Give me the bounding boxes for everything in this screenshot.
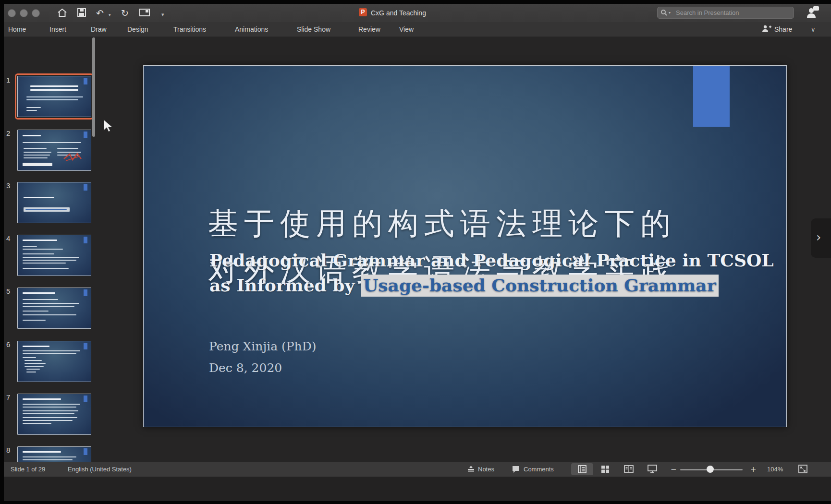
red-annotation-scribble xyxy=(63,152,84,162)
slide-number: 5 xyxy=(6,287,16,295)
thumbnail-accent-rect xyxy=(84,78,87,84)
save-icon[interactable] xyxy=(77,8,86,17)
slide-canvas[interactable]: 基于使用的构式语法理论下的 对外汉语教学语法与教学实践 Pedagogical … xyxy=(143,65,787,427)
thumbnail-accent-rect xyxy=(84,343,87,349)
language-indicator[interactable]: English (United States) xyxy=(68,466,132,473)
slide-title-line1[interactable]: 基于使用的构式语法理论下的 xyxy=(208,203,676,244)
powerpoint-file-icon: P xyxy=(359,8,367,16)
thumbnail-accent-rect xyxy=(84,396,87,402)
home-icon[interactable] xyxy=(57,8,67,18)
slide-number: 8 xyxy=(6,446,16,454)
slide-number: 6 xyxy=(6,340,16,348)
tab-animations[interactable]: Animations xyxy=(235,25,268,33)
slide-thumbnail-4[interactable] xyxy=(17,235,91,276)
thumbnail-scrollbar[interactable] xyxy=(92,37,95,137)
slide-number: 7 xyxy=(6,393,16,401)
normal-view-icon xyxy=(578,465,587,473)
comments-icon[interactable] xyxy=(512,465,520,473)
slide-subtitle-line1[interactable]: Pedagogical Grammar and Pedagogical Prac… xyxy=(209,250,774,270)
zoom-in-button[interactable]: + xyxy=(750,465,757,474)
zoom-out-button[interactable]: − xyxy=(671,465,677,474)
notes-icon[interactable] xyxy=(467,465,475,473)
thumbnail-accent-rect xyxy=(84,448,87,455)
mouse-cursor xyxy=(103,119,113,133)
tab-draw[interactable]: Draw xyxy=(91,25,107,33)
search-input[interactable] xyxy=(675,7,792,18)
slide-thumbnail-5[interactable] xyxy=(17,288,91,329)
slide-counter: Slide 1 of 29 xyxy=(11,466,45,473)
zoom-level[interactable]: 104% xyxy=(767,466,783,473)
slide-thumbnail-2[interactable] xyxy=(17,130,91,171)
tab-home[interactable]: Home xyxy=(8,25,26,33)
document-title: CxG and Teaching xyxy=(371,9,426,17)
zoom-window-button[interactable] xyxy=(32,9,40,17)
tab-transitions[interactable]: Transitions xyxy=(173,25,206,33)
slide-thumbnail-1[interactable] xyxy=(17,76,91,117)
search-icon xyxy=(660,9,668,16)
tab-view[interactable]: View xyxy=(399,25,414,33)
share-button[interactable]: Share xyxy=(774,25,792,33)
slide-thumbnail-7[interactable] xyxy=(17,394,91,435)
zoom-slider-thumb[interactable] xyxy=(707,466,714,473)
tab-review[interactable]: Review xyxy=(358,25,380,33)
slide-accent-rect[interactable] xyxy=(693,66,730,127)
tab-design[interactable]: Design xyxy=(127,25,148,33)
thumbnail-accent-rect xyxy=(84,289,87,296)
slide-author[interactable]: Peng Xinjia (PhD) xyxy=(209,339,317,353)
normal-view-button[interactable] xyxy=(571,463,593,475)
redo-icon[interactable]: ↻ xyxy=(121,9,129,18)
slide-number: 2 xyxy=(6,129,16,137)
slide-number: 3 xyxy=(6,181,16,190)
subtitle-plain-text: as Informed by xyxy=(209,275,361,295)
slide-subtitle-line2[interactable]: as Informed by Usage-based Construction … xyxy=(209,275,719,295)
screenshot-root: ↶ ▾ ↻ ▾ P CxG and Teaching ▾ Home Insert… xyxy=(0,0,831,504)
slide-number: 1 xyxy=(6,76,16,84)
undo-icon[interactable]: ↶ xyxy=(96,9,104,18)
bottom-letterbox xyxy=(4,477,831,501)
ribbon-collapse-chevron-icon[interactable]: ∨ xyxy=(811,26,816,33)
slide-number: 4 xyxy=(6,234,16,242)
thumbnail-accent-rect xyxy=(84,184,87,191)
slide-thumbnail-6[interactable] xyxy=(17,341,91,382)
thumbnail-accent-rect xyxy=(84,132,87,138)
comments-toggle[interactable]: Comments xyxy=(524,466,554,473)
share-person-icon[interactable] xyxy=(762,25,771,33)
subtitle-highlighted-text: Usage-based Construction Grammar xyxy=(361,275,719,297)
slide-date[interactable]: Dec 8, 2020 xyxy=(209,361,282,375)
search-field[interactable]: ▾ xyxy=(657,7,794,19)
slideshow-view-icon[interactable] xyxy=(648,465,657,473)
toolbar-overflow-icon[interactable]: ▾ xyxy=(161,12,164,18)
next-slide-tab[interactable]: › xyxy=(811,218,831,258)
tab-slide-show[interactable]: Slide Show xyxy=(297,25,330,33)
search-scope-caret-icon: ▾ xyxy=(669,11,671,15)
thumbnail-accent-rect xyxy=(84,237,87,243)
slide-sorter-view-icon[interactable] xyxy=(601,465,610,473)
slide-thumbnail-3[interactable] xyxy=(17,182,91,223)
reading-view-icon[interactable] xyxy=(624,465,634,473)
tab-insert[interactable]: Insert xyxy=(49,25,66,33)
notes-toggle[interactable]: Notes xyxy=(478,466,494,473)
chevron-right-icon: › xyxy=(816,230,821,244)
thumbnail-panel: 1 2 3 4 5 6 7 8 ★ xyxy=(4,37,100,461)
minimize-window-button[interactable] xyxy=(20,9,28,17)
fit-slide-to-window-icon[interactable] xyxy=(798,465,807,473)
close-window-button[interactable] xyxy=(8,9,16,17)
account-presence-icon[interactable] xyxy=(807,6,819,18)
window-switch-icon[interactable] xyxy=(139,8,150,17)
undo-dropdown-caret-icon[interactable]: ▾ xyxy=(109,12,111,17)
